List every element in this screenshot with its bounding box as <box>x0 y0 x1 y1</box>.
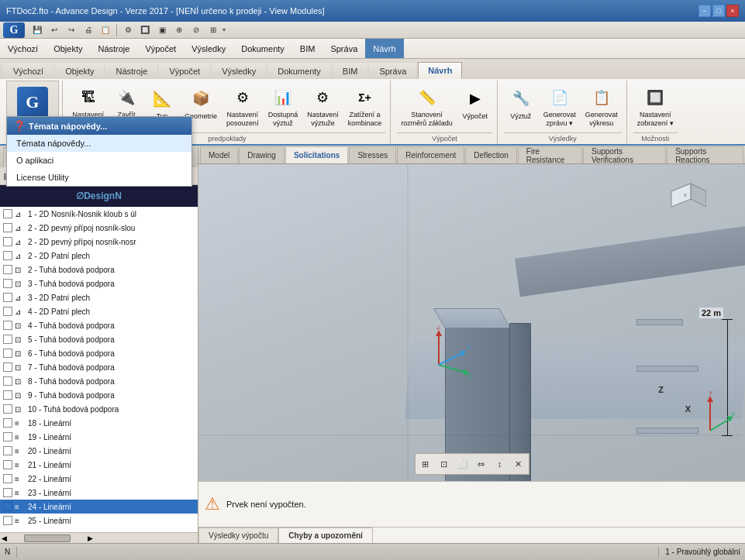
dropdown-overlay[interactable] <box>0 0 745 560</box>
dropdown-menu: ❓ Témata nápovědy... Témata nápovědy... … <box>6 116 192 187</box>
dropdown-item-license-utility[interactable]: License Utility <box>7 169 191 186</box>
dropdown-item-o-aplikaci[interactable]: O aplikaci <box>7 152 191 169</box>
dropdown-header: ❓ Témata nápovědy... <box>7 117 191 135</box>
help-icon: ❓ <box>13 120 26 132</box>
dropdown-title: Témata nápovědy... <box>29 122 107 131</box>
dropdown-item-temata[interactable]: Témata nápovědy... <box>7 135 191 152</box>
